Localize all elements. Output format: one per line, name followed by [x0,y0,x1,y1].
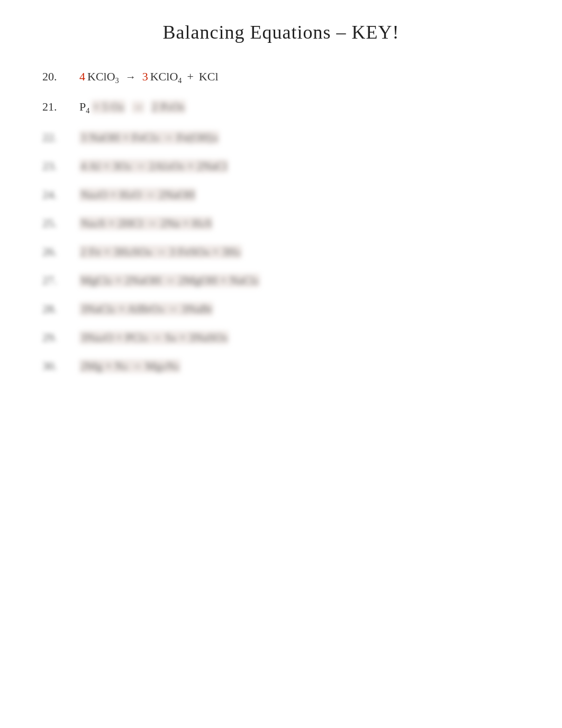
blurred-21-2: 2 P₂O₅ [151,100,186,114]
eq-number-26: 26. [42,245,79,259]
eq-content-30: 2Mg + N₂ → Mg₃N₂ [79,359,180,373]
blurred-30: 2Mg + N₂ → Mg₃N₂ [79,359,180,373]
compound-20-1: KClO3 [87,70,119,85]
equation-29: 29. 3Na₂O + PCl₃ → S₄ + 3NaSO₃ [42,331,520,344]
eq-content-26: 2 Fe + 3H₂SO₄ → 3 FeSO₄ + 3H₂ [79,245,242,259]
arrow-20: → [125,71,136,83]
equation-25: 25. Na₂S + 2HCl → 2Na + H₂S [42,216,520,230]
eq-content-21: P4 + 5 O₂ → 2 P₂O₅ [79,100,186,115]
eq-number-21: 21. [42,100,79,114]
blurred-27: MgCl₂ + 2NaOH → 2MgOH + NaCl₂ [79,274,260,287]
eq-number-30: 30. [42,359,79,373]
blurred-21-1: + 5 O₂ [92,100,125,114]
eq-content-24: Na₂O + H₂O → 2NaOH [79,188,196,202]
equation-27: 27. MgCl₂ + 2NaOH → 2MgOH + NaCl₂ [42,274,520,287]
equation-23: 23. 4 Al + 3O₂ → 2Al₂O₃ + 2NaCl [42,159,520,173]
eq-number-28: 28. [42,302,79,316]
eq-number-22: 22. [42,131,79,144]
eq-content-27: MgCl₂ + 2NaOH → 2MgOH + NaCl₂ [79,274,260,287]
equation-21: 21. P4 + 5 O₂ → 2 P₂O₅ [42,100,520,115]
eq-number-29: 29. [42,331,79,344]
eq-number-27: 27. [42,274,79,287]
equation-26: 26. 2 Fe + 3H₂SO₄ → 3 FeSO₄ + 3H₂ [42,245,520,259]
equation-22: 22. 3 NaOH + FeCl₃ → Fe(OH)₃ [42,131,520,144]
eq-number-24: 24. [42,188,79,202]
blurred-29: 3Na₂O + PCl₃ → S₄ + 3NaSO₃ [79,331,229,344]
blurred-22: 3 NaOH + FeCl₃ → Fe(OH)₃ [79,131,219,144]
eq-content-23: 4 Al + 3O₂ → 2Al₂O₃ + 2NaCl [79,159,228,173]
equations-list: 20. 4 KClO3 → 3 KClO4 + KCl 21. P4 + 5 O… [42,70,520,373]
blurred-26: 2 Fe + 3H₂SO₄ → 3 FeSO₄ + 3H₂ [79,245,242,259]
eq-content-28: 3NaCl₂ + AlBrO₃ → 3NaBr [79,302,213,316]
eq-number-20: 20. [42,70,79,84]
coeff-20-2: 3 [142,70,148,84]
blurred-24: Na₂O + H₂O → 2NaOH [79,188,196,202]
equation-30: 30. 2Mg + N₂ → Mg₃N₂ [42,359,520,373]
equation-24: 24. Na₂O + H₂O → 2NaOH [42,188,520,202]
coeff-20-1: 4 [79,70,85,84]
equation-20: 20. 4 KClO3 → 3 KClO4 + KCl [42,70,520,85]
blurred-25: Na₂S + 2HCl → 2Na + H₂S [79,216,213,230]
arrow-21: → [132,101,144,113]
compound-20-2: KClO4 [150,70,182,85]
blurred-28: 3NaCl₂ + AlBrO₃ → 3NaBr [79,302,213,316]
eq-number-25: 25. [42,216,79,230]
blurred-23: 4 Al + 3O₂ → 2Al₂O₃ + 2NaCl [79,159,228,173]
compound-20-3: KCl [199,70,219,84]
eq-content-22: 3 NaOH + FeCl₃ → Fe(OH)₃ [79,131,219,144]
equation-28: 28. 3NaCl₂ + AlBrO₃ → 3NaBr [42,302,520,316]
compound-21-1: P4 [79,100,89,115]
plus-20: + [187,70,193,84]
eq-content-20: 4 KClO3 → 3 KClO4 + KCl [79,70,219,85]
eq-number-23: 23. [42,159,79,173]
eq-content-29: 3Na₂O + PCl₃ → S₄ + 3NaSO₃ [79,331,229,344]
eq-content-25: Na₂S + 2HCl → 2Na + H₂S [79,216,213,230]
page-title: Balancing Equations – KEY! [42,21,520,43]
